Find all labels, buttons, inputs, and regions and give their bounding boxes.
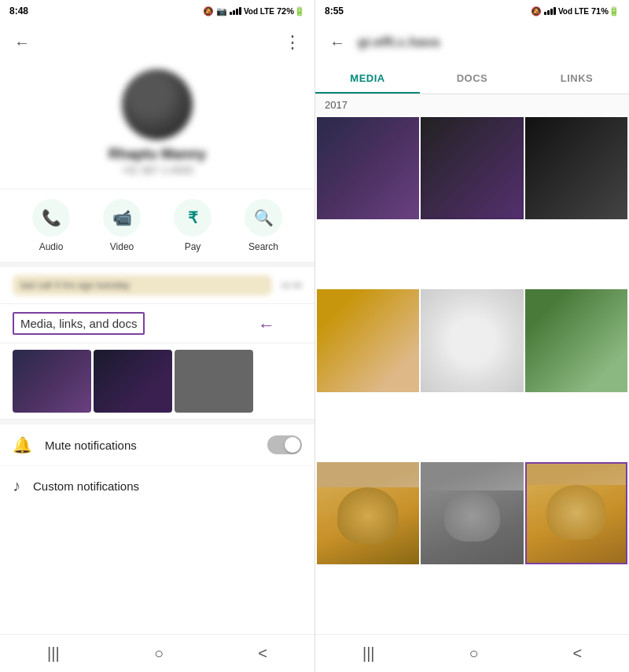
mute-notifications-row: 🔔 Mute notifications xyxy=(0,424,314,466)
screenshot-icon: 📷 xyxy=(216,6,227,17)
status-icons-right: 🔕 Vod LTE 71%🔋 xyxy=(531,6,620,17)
video-button[interactable]: 📹 Video xyxy=(98,199,145,252)
mute-icon: 🔕 xyxy=(203,6,214,17)
last-message-section: last call 4 hrs ago tuesday 10:30 xyxy=(0,267,314,304)
mute-icon-right: 🔕 xyxy=(531,6,542,17)
last-message-time: 10:30 xyxy=(280,281,302,290)
battery-right: 71%🔋 xyxy=(591,6,620,17)
network-right: Vod LTE xyxy=(558,7,589,16)
media-thumb-2[interactable] xyxy=(94,350,172,413)
top-bar-right: ← gr.effi.c.hava xyxy=(315,22,629,63)
contact-name: gr.effi.c.hava xyxy=(358,35,620,50)
pay-icon: ₹ xyxy=(188,208,198,227)
status-bar-right: 8:55 🔕 Vod LTE 71%🔋 xyxy=(315,0,629,22)
nav-menu-left[interactable]: ||| xyxy=(47,644,60,663)
pay-icon-circle: ₹ xyxy=(174,199,212,237)
profile-name: Rhaptu Manny xyxy=(109,146,206,163)
media-thumbnails-row xyxy=(0,343,314,420)
audio-button[interactable]: 📞 Audio xyxy=(28,199,75,252)
audio-icon-circle: 📞 xyxy=(32,199,70,237)
search-button[interactable]: 🔍 Search xyxy=(240,199,287,252)
signal-bars-right xyxy=(544,7,556,15)
grid-cell-2[interactable] xyxy=(421,117,523,219)
pay-label: Pay xyxy=(185,241,201,252)
year-label: 2017 xyxy=(315,94,629,116)
nav-menu-right[interactable]: ||| xyxy=(362,644,375,663)
search-icon-circle: 🔍 xyxy=(245,199,282,237)
mute-label: Mute notifications xyxy=(45,439,255,452)
audio-label: Audio xyxy=(39,241,64,252)
grid-cell-dog-2[interactable] xyxy=(421,462,523,564)
media-thumb-1[interactable] xyxy=(13,350,91,413)
bottom-nav-right: ||| ○ < xyxy=(315,634,629,672)
grid-cell-6[interactable] xyxy=(525,289,627,391)
action-buttons: 📞 Audio 📹 Video ₹ Pay 🔍 Search xyxy=(0,189,314,263)
signal-bars xyxy=(230,7,241,15)
left-panel: 8:48 🔕 📷 Vod LTE 72%🔋 ← ⋮ Rhaptu Ma xyxy=(0,0,314,672)
custom-notifications-row[interactable]: ♪ Custom notifications xyxy=(0,466,314,506)
video-label: Video xyxy=(110,241,134,252)
mute-toggle[interactable] xyxy=(267,435,302,454)
nav-back-right[interactable]: < xyxy=(572,644,582,663)
custom-label: Custom notifications xyxy=(33,479,302,493)
back-button-right[interactable]: ← xyxy=(325,30,350,55)
bottom-nav-left: ||| ○ < xyxy=(0,634,314,672)
audio-icon: 📞 xyxy=(42,208,61,227)
pay-button[interactable]: ₹ Pay xyxy=(169,199,216,252)
search-label: Search xyxy=(248,241,278,252)
profile-avatar xyxy=(122,69,193,140)
network-text: Vod LTE xyxy=(244,7,274,16)
grid-cell-dog-1[interactable] xyxy=(317,462,419,564)
back-button-left[interactable]: ← xyxy=(9,30,35,55)
tabs-bar: MEDIA DOCS LINKS xyxy=(315,63,629,94)
bell-icon: 🔔 xyxy=(13,435,32,454)
right-panel: 8:55 🔕 Vod LTE 71%🔋 ← gr.effi.c.hava MED… xyxy=(314,0,629,672)
last-message-bubble: last call 4 hrs ago tuesday xyxy=(13,275,272,296)
music-icon: ♪ xyxy=(13,477,20,495)
media-links-section[interactable]: Media, links, and docs ← xyxy=(0,304,314,343)
profile-section: Rhaptu Manny +91 987 1-0000 xyxy=(0,63,314,189)
video-icon: 📹 xyxy=(112,208,132,227)
top-bar-left: ← ⋮ xyxy=(0,22,314,63)
search-icon: 🔍 xyxy=(254,208,274,227)
time-left: 8:48 xyxy=(9,6,28,17)
time-right: 8:55 xyxy=(325,6,344,17)
media-thumb-3[interactable] xyxy=(175,350,253,413)
tab-media[interactable]: MEDIA xyxy=(315,63,420,94)
status-icons-left: 🔕 📷 Vod LTE 72%🔋 xyxy=(203,6,305,17)
nav-home-left[interactable]: ○ xyxy=(154,644,164,663)
media-links-label: Media, links, and docs xyxy=(13,312,145,335)
video-icon-circle: 📹 xyxy=(103,199,141,237)
tab-links[interactable]: LINKS xyxy=(524,63,629,94)
grid-cell-4[interactable] xyxy=(317,289,419,391)
grid-cell-1[interactable] xyxy=(317,117,419,219)
grid-cell-3[interactable] xyxy=(525,117,627,219)
grid-cell-5[interactable] xyxy=(421,289,523,391)
status-bar-left: 8:48 🔕 📷 Vod LTE 72%🔋 xyxy=(0,0,314,22)
arrow-annotation: ← xyxy=(258,315,275,336)
profile-phone: +91 987 1-0000 xyxy=(121,164,193,176)
nav-home-right[interactable]: ○ xyxy=(469,644,478,663)
nav-back-left[interactable]: < xyxy=(258,644,267,663)
more-button-left[interactable]: ⋮ xyxy=(280,30,305,55)
tab-docs[interactable]: DOCS xyxy=(420,63,524,94)
grid-cell-dog-3[interactable] xyxy=(525,462,627,564)
media-grid xyxy=(315,116,629,634)
battery-left: 72%🔋 xyxy=(277,6,305,17)
